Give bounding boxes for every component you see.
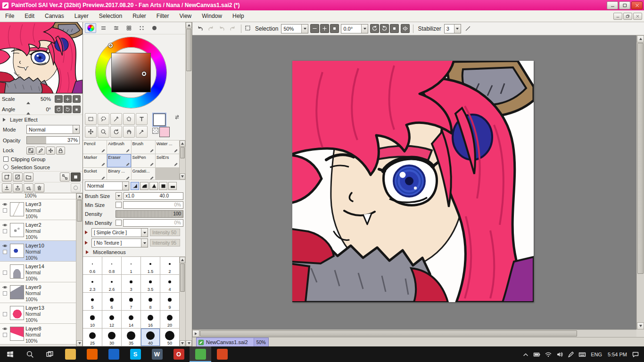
- tool-airbrush[interactable]: AirBrush: [107, 140, 131, 154]
- text-tool[interactable]: [136, 113, 148, 125]
- menu-ruler[interactable]: Ruler: [127, 10, 151, 22]
- visibility-eye-icon[interactable]: [1, 243, 8, 248]
- layer-row-layer3[interactable]: Layer3Normal100%: [0, 199, 76, 220]
- scroll-up-button[interactable]: [186, 22, 192, 28]
- hand-tool[interactable]: [123, 126, 135, 138]
- layer-row-layer13[interactable]: Layer13Normal100%: [0, 303, 76, 324]
- rotate-tool[interactable]: [110, 126, 122, 138]
- tip-soft-button[interactable]: [131, 182, 139, 190]
- taskbar-app-wordpress[interactable]: W: [146, 346, 168, 362]
- zoom-in-button[interactable]: [64, 95, 72, 103]
- taskbar-app-painttool-sai[interactable]: [190, 346, 211, 362]
- undo-button[interactable]: [195, 24, 205, 33]
- start-button[interactable]: [0, 346, 20, 362]
- scroll-down-button[interactable]: [180, 173, 185, 180]
- visibility-eye-icon[interactable]: [1, 285, 8, 290]
- tool-marker[interactable]: Marker: [83, 154, 107, 167]
- visibility-eye-icon[interactable]: [1, 222, 8, 228]
- task-view-button[interactable]: [40, 346, 59, 362]
- scroll-up-button[interactable]: [180, 140, 185, 147]
- tool-selpen[interactable]: SelPen: [132, 154, 155, 167]
- scroll-thumb[interactable]: [77, 200, 82, 222]
- brush-size-40[interactable]: 40: [141, 329, 160, 346]
- layer-row-layer2[interactable]: Layer2Normal100%: [0, 220, 76, 241]
- brush-size-12[interactable]: 12: [102, 311, 121, 328]
- zoom-out-button[interactable]: [310, 24, 319, 33]
- zoom-out-button[interactable]: [55, 95, 63, 103]
- document-close-button[interactable]: [633, 13, 642, 20]
- stabilizer-select[interactable]: 3: [444, 24, 461, 33]
- scroll-up-button[interactable]: [180, 257, 185, 263]
- layer-effect-header[interactable]: Layer Effect: [0, 115, 83, 124]
- layer-mode-select[interactable]: Normal: [26, 125, 80, 134]
- search-button[interactable]: [20, 346, 40, 362]
- brush-shape-select[interactable]: [ Simple Circle ]: [91, 228, 148, 237]
- lock-all-button[interactable]: [56, 147, 65, 155]
- tool-selers[interactable]: SelErs: [156, 154, 179, 167]
- saturation-marker[interactable]: [142, 72, 146, 76]
- lock-alpha-button[interactable]: [26, 147, 35, 155]
- brush-size-10[interactable]: 10: [83, 311, 102, 328]
- swatch-grid-tab[interactable]: [123, 23, 134, 33]
- brush-size-0.8[interactable]: 0.8: [102, 257, 121, 274]
- document-tab[interactable]: NewCanvas1.sai2 50%: [196, 337, 269, 346]
- rotate-ccw-button[interactable]: [370, 24, 379, 33]
- canvas-document[interactable]: [292, 61, 534, 302]
- undo-alt-button[interactable]: [217, 24, 227, 33]
- visibility-empty[interactable]: [1, 264, 8, 269]
- wifi-icon[interactable]: [545, 351, 552, 358]
- color-sliders-tab[interactable]: [110, 23, 122, 33]
- menu-selection[interactable]: Selection: [94, 10, 127, 22]
- brush-size-30[interactable]: 30: [102, 329, 121, 346]
- close-button[interactable]: [631, 1, 643, 9]
- layer-opacity-slider[interactable]: 37%: [26, 136, 80, 144]
- layer-row-layer10[interactable]: Layer10Normal100%: [0, 241, 76, 262]
- zoom-tool[interactable]: [98, 126, 109, 138]
- brush-size-25[interactable]: 25: [83, 329, 102, 346]
- navigator-preview[interactable]: [0, 22, 83, 94]
- minimize-button[interactable]: [607, 1, 618, 9]
- brush-size-7[interactable]: 7: [122, 293, 140, 310]
- taskbar-app-browser[interactable]: [211, 346, 233, 362]
- scroll-down-button[interactable]: [76, 340, 83, 346]
- brush-blend-mode-select[interactable]: Normal: [85, 181, 129, 190]
- transparent-color-swatch[interactable]: [152, 128, 158, 134]
- brush-size-35[interactable]: 35: [122, 329, 140, 346]
- secondary-color-swatch[interactable]: [159, 127, 170, 137]
- scroll-down-button[interactable]: [637, 322, 644, 329]
- layer-row-layer14[interactable]: Layer14Normal100%: [0, 262, 76, 282]
- zoom-reset-button[interactable]: [330, 24, 339, 33]
- taskbar-app-photos[interactable]: [103, 346, 124, 362]
- tip-hard-button[interactable]: [149, 182, 158, 190]
- lock-pen-button[interactable]: [36, 147, 45, 155]
- delete-layer-button[interactable]: [34, 183, 44, 192]
- brush-size-3.5[interactable]: 3.5: [141, 275, 160, 292]
- transform-button[interactable]: [60, 173, 70, 181]
- view-angle-select[interactable]: 0.0°: [341, 24, 368, 33]
- swatch-dots-tab[interactable]: [136, 23, 147, 33]
- menu-filter[interactable]: Filter: [151, 10, 174, 22]
- layer-thumbnail[interactable]: [10, 327, 24, 341]
- layer-row-layer8[interactable]: Layer8Normal100%: [0, 324, 76, 345]
- color-bars-tab[interactable]: [98, 23, 109, 33]
- scroll-down-button[interactable]: [186, 340, 192, 346]
- scroll-thumb[interactable]: [180, 263, 185, 292]
- new-linework-layer-button[interactable]: [13, 173, 23, 181]
- color-mixer-tab[interactable]: [149, 23, 160, 33]
- angle-slider-marker[interactable]: [26, 110, 30, 115]
- special-mode-button[interactable]: [71, 173, 81, 181]
- poly-select[interactable]: [123, 113, 135, 125]
- layer-row-layer9[interactable]: Layer9Normal100%: [0, 282, 76, 303]
- rotate-reset-button[interactable]: [390, 24, 399, 33]
- transfer-down-button[interactable]: [2, 183, 12, 192]
- language-indicator[interactable]: ENG: [590, 352, 603, 357]
- layer-thumbnail[interactable]: [10, 202, 24, 216]
- taskbar-app-file-explorer[interactable]: [59, 346, 81, 362]
- clipping-group-row[interactable]: Clipping Group: [0, 155, 83, 163]
- layer-thumbnail[interactable]: [10, 244, 24, 258]
- swap-colors-icon[interactable]: [174, 114, 182, 122]
- menu-window[interactable]: Window: [197, 10, 227, 22]
- zoom-reset-button[interactable]: [73, 95, 81, 103]
- selection-source-row[interactable]: Selection Source: [0, 163, 83, 171]
- clear-layer-button[interactable]: [24, 183, 33, 192]
